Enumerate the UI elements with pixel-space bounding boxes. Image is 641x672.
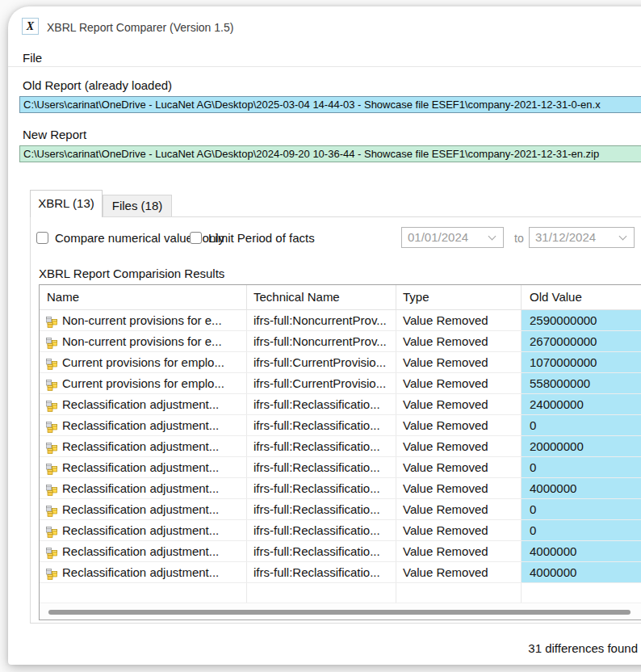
row-technical-name: ifrs-full:Reclassificatio... xyxy=(247,457,396,477)
xbrl-fact-cubes-icon xyxy=(45,482,58,495)
empty-row xyxy=(40,583,641,603)
table-header: Name Technical Name Type Old Value xyxy=(40,285,641,310)
row-name: Reclassification adjustment... xyxy=(62,478,219,498)
row-type: Value Removed xyxy=(396,352,522,372)
row-type: Value Removed xyxy=(396,562,522,582)
row-type: Value Removed xyxy=(396,499,522,519)
table-row[interactable]: Non-current provisions for e...ifrs-full… xyxy=(40,331,641,352)
row-name: Reclassification adjustment... xyxy=(62,520,219,540)
xbrl-fact-cubes-icon xyxy=(45,545,58,558)
xbrl-fact-cubes-icon xyxy=(45,524,58,537)
limit-period-checkbox[interactable] xyxy=(190,232,202,244)
new-report-path-field[interactable]: C:\Users\carinat\OneDrive - LucaNet AG\D… xyxy=(19,145,641,162)
row-old-value: 4000000 xyxy=(522,562,641,582)
results-title: XBRL Report Comparision Results xyxy=(39,267,224,280)
row-technical-name: ifrs-full:Reclassificatio... xyxy=(247,499,396,519)
xbrl-fact-cubes-icon xyxy=(45,356,58,369)
app-icon: X xyxy=(22,18,39,35)
limit-period-group: Limit Period of facts xyxy=(190,231,315,245)
table-row[interactable]: Reclassification adjustment...ifrs-full:… xyxy=(40,541,641,562)
old-report-label: Old Report (already loaded) xyxy=(23,78,172,92)
row-type: Value Removed xyxy=(396,373,522,393)
row-name: Reclassification adjustment... xyxy=(62,394,219,414)
table-row[interactable]: Reclassification adjustment...ifrs-full:… xyxy=(40,436,641,457)
results-table: Name Technical Name Type Old Value Non-c… xyxy=(39,284,641,620)
row-name: Reclassification adjustment... xyxy=(62,415,219,435)
tab-xbrl[interactable]: XBRL (13) xyxy=(30,190,103,217)
row-type: Value Removed xyxy=(396,415,522,435)
row-type: Value Removed xyxy=(396,394,522,414)
row-name: Reclassification adjustment... xyxy=(62,541,219,561)
row-technical-name: ifrs-full:NoncurrentProv... xyxy=(247,331,396,351)
period-from-combobox[interactable]: 01/01/2024 xyxy=(401,227,504,248)
row-name: Reclassification adjustment... xyxy=(62,499,219,519)
column-header-type[interactable]: Type xyxy=(396,285,522,309)
horizontal-scrollbar[interactable] xyxy=(40,603,641,620)
period-to-combobox[interactable]: 31/12/2024 xyxy=(529,227,635,248)
row-technical-name: ifrs-full:Reclassificatio... xyxy=(247,478,396,498)
row-old-value: 24000000 xyxy=(522,394,641,414)
period-to-value: 31/12/2024 xyxy=(535,230,596,244)
table-row[interactable]: Reclassification adjustment...ifrs-full:… xyxy=(40,478,641,499)
xbrl-fact-cubes-icon xyxy=(45,377,58,390)
row-name: Reclassification adjustment... xyxy=(62,562,219,582)
table-row[interactable]: Reclassification adjustment...ifrs-full:… xyxy=(40,520,641,541)
row-technical-name: ifrs-full:Reclassificatio... xyxy=(247,520,396,540)
row-type: Value Removed xyxy=(396,541,522,561)
xbrl-fact-cubes-icon xyxy=(45,440,58,453)
row-technical-name: ifrs-full:Reclassificatio... xyxy=(247,415,396,435)
row-type: Value Removed xyxy=(396,457,522,477)
tab-files[interactable]: Files (18) xyxy=(103,195,172,217)
row-name: Non-current provisions for e... xyxy=(62,310,222,330)
row-old-value: 0 xyxy=(522,415,641,435)
row-type: Value Removed xyxy=(396,478,522,498)
horizontal-scrollbar-thumb[interactable] xyxy=(48,610,631,615)
row-type: Value Removed xyxy=(396,331,522,351)
chevron-down-icon xyxy=(619,233,627,241)
row-old-value: 0 xyxy=(522,457,641,477)
table-row[interactable]: Current provisions for emplo...ifrs-full… xyxy=(40,373,641,394)
table-row[interactable]: Reclassification adjustment...ifrs-full:… xyxy=(40,499,641,520)
row-name: Reclassification adjustment... xyxy=(62,436,219,456)
table-row[interactable]: Reclassification adjustment...ifrs-full:… xyxy=(40,562,641,583)
table-row[interactable]: Reclassification adjustment...ifrs-full:… xyxy=(40,415,641,436)
row-old-value: 2590000000 xyxy=(522,310,641,330)
row-name: Reclassification adjustment... xyxy=(62,457,219,477)
row-technical-name: ifrs-full:Reclassificatio... xyxy=(247,541,396,561)
row-technical-name: ifrs-full:Reclassificatio... xyxy=(247,394,396,414)
xbrl-fact-cubes-icon xyxy=(45,566,58,579)
row-technical-name: ifrs-full:Reclassificatio... xyxy=(247,436,396,456)
row-old-value: 4000000 xyxy=(522,478,641,498)
row-technical-name: ifrs-full:CurrentProvisio... xyxy=(247,352,396,372)
row-name: Current provisions for emplo... xyxy=(62,373,224,393)
table-row[interactable]: Reclassification adjustment...ifrs-full:… xyxy=(40,457,641,478)
new-report-label: New Report xyxy=(23,128,86,141)
column-header-technical-name[interactable]: Technical Name xyxy=(247,285,396,309)
row-technical-name: ifrs-full:NoncurrentProv... xyxy=(247,310,396,330)
row-type: Value Removed xyxy=(396,310,522,330)
row-type: Value Removed xyxy=(396,520,522,540)
table-row[interactable]: Reclassification adjustment...ifrs-full:… xyxy=(40,394,641,415)
row-old-value: 558000000 xyxy=(522,373,641,393)
menu-file[interactable]: File xyxy=(23,48,47,68)
table-row[interactable]: Current provisions for emplo...ifrs-full… xyxy=(40,352,641,373)
row-name: Non-current provisions for e... xyxy=(62,331,222,351)
row-technical-name: ifrs-full:Reclassificatio... xyxy=(247,562,396,582)
row-old-value: 1070000000 xyxy=(522,352,641,372)
old-report-path-field[interactable]: C:\Users\carinat\OneDrive - LucaNet AG\D… xyxy=(19,96,641,113)
compare-numerical-checkbox[interactable] xyxy=(36,232,48,244)
row-old-value: 4000000 xyxy=(522,541,641,561)
row-old-value: 20000000 xyxy=(522,436,641,456)
xbrl-fact-cubes-icon xyxy=(45,314,58,327)
row-old-value: 0 xyxy=(522,520,641,540)
window-title: XBRL Report Comparer (Version 1.5) xyxy=(47,21,233,34)
row-old-value: 0 xyxy=(522,499,641,519)
column-header-name[interactable]: Name xyxy=(40,285,247,309)
title-bar: X XBRL Report Comparer (Version 1.5) xyxy=(8,6,641,42)
xbrl-fact-cubes-icon xyxy=(45,503,58,516)
period-to-label: to xyxy=(514,232,524,245)
xbrl-fact-cubes-icon xyxy=(45,461,58,474)
column-header-old-value[interactable]: Old Value xyxy=(522,285,641,309)
row-old-value: 2670000000 xyxy=(522,331,641,351)
table-row[interactable]: Non-current provisions for e...ifrs-full… xyxy=(40,310,641,331)
